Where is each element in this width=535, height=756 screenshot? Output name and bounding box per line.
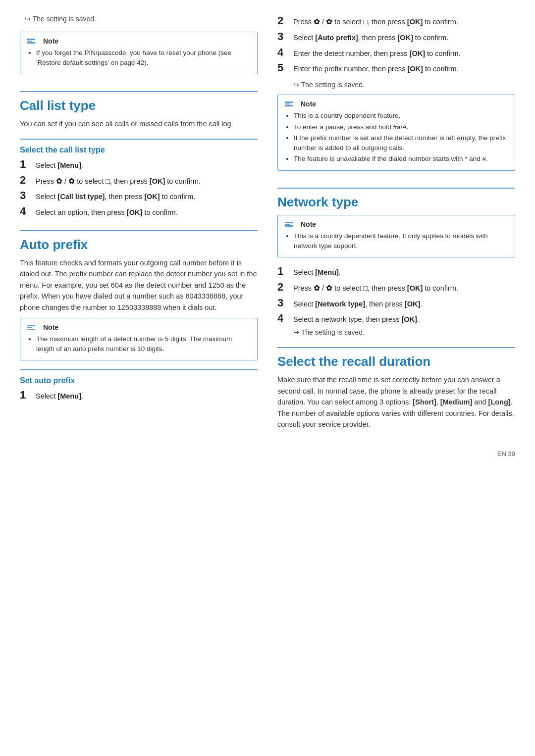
bold-long: [Long] [488, 398, 511, 406]
note-line [285, 105, 293, 106]
step-num: 1 [20, 389, 31, 401]
bold-ok: [OK] [407, 18, 423, 26]
bold-ok: [OK] [401, 315, 417, 323]
note-label-2: Note [43, 323, 58, 331]
auto-prefix-section: Auto prefix This feature checks and form… [20, 237, 258, 405]
page-number: EN 39 [277, 450, 515, 457]
step-num: 2 [20, 174, 31, 186]
recall-duration-title: Select the recall duration [277, 354, 515, 369]
step-item: 5 Enter the prefix number, then press [O… [277, 62, 515, 75]
nav-icon: ✿ [314, 284, 320, 292]
step-item: 1 Select [Menu]. [20, 158, 258, 171]
network-type-steps: 1 Select [Menu]. 2 Press ✿ / ✿ to select… [277, 265, 515, 325]
step-text: Press ✿ / ✿ to select □, then press [OK]… [293, 281, 515, 294]
step-text: Select a network type, then press [OK]. [293, 312, 515, 325]
note-box-2: Note The maximum length of a detect numb… [20, 318, 258, 360]
note-line-short [285, 103, 290, 105]
step-num: 4 [277, 312, 288, 324]
note-header-4: Note [285, 220, 508, 228]
divider-set-auto [20, 369, 258, 370]
note-item: To enter a pause, press and hold #a/A. [294, 122, 508, 132]
auto-prefix-desc: This feature checks and formats your out… [20, 257, 258, 313]
step-text: Enter the detect number, then press [OK]… [293, 47, 515, 59]
bold-ok: [OK] [150, 177, 165, 185]
note-icon-4 [285, 222, 293, 227]
note-box-1: Note If you forget the PIN/passcode, you… [20, 32, 258, 74]
step-item: 2 Press ✿ / ✿ to select □, then press [O… [277, 281, 515, 294]
right-column: 2 Press ✿ / ✿ to select □, then press [O… [277, 15, 515, 457]
note-icon-2 [27, 325, 35, 330]
step-item: 4 Enter the detect number, then press [O… [277, 47, 515, 59]
step-text: Select [Menu]. [293, 265, 515, 278]
note-line [27, 329, 35, 330]
note-line [27, 325, 35, 327]
subsection-select-call: Select the call list type [20, 146, 258, 154]
step-text: Enter the prefix number, then press [OK]… [293, 62, 515, 75]
note-line [285, 225, 293, 227]
note-line [27, 39, 35, 40]
note-header-1: Note [27, 37, 250, 45]
note-item: This is a country dependent feature. [294, 111, 508, 121]
divider-recall [277, 347, 515, 348]
bold-medium: [Medium] [440, 398, 472, 406]
note-item: This is a country dependent feature. It … [294, 231, 508, 251]
note-line-short [27, 41, 32, 42]
divider-select-call [20, 139, 258, 140]
note-label-3: Note [301, 100, 316, 108]
step-num: 1 [20, 158, 31, 170]
divider-call-list [20, 91, 258, 92]
bold-ok: [OK] [408, 65, 423, 73]
bold-ok: [OK] [407, 284, 423, 292]
subsection-set-auto: Set auto prefix [20, 376, 258, 385]
step-text: Select an option, then press [OK] to con… [36, 205, 258, 218]
note-item: The maximum length of a detect number is… [36, 334, 250, 353]
note-item: The feature is unavailable if the dialed… [294, 154, 508, 164]
step-num: 4 [277, 47, 288, 58]
note-line [285, 222, 293, 223]
note-list-1: If you forget the PIN/passcode, you have… [27, 48, 250, 67]
step-item: 1 Select [Menu]. [20, 389, 258, 402]
step-num: 3 [277, 297, 288, 309]
note-line [27, 42, 35, 44]
step-text: Select [Auto prefix], then press [OK] to… [293, 31, 515, 44]
arrow-saved-mid: The setting is saved. [277, 81, 515, 89]
note-icon-3 [285, 101, 293, 106]
bold-menu: [Menu] [57, 392, 81, 400]
left-column: The setting is saved. Note If you forget… [20, 15, 258, 457]
set-auto-steps: 1 Select [Menu]. [20, 389, 258, 402]
step-text: Select [Menu]. [36, 158, 258, 171]
note-line-short [285, 224, 290, 225]
note-header-3: Note [285, 100, 508, 108]
step-item: 2 Press ✿ / ✿ to select □, then press [O… [20, 174, 258, 187]
note-list-3: This is a country dependent feature. To … [285, 111, 508, 164]
network-type-title: Network type [277, 195, 515, 210]
step-num: 2 [277, 281, 288, 293]
note-item: If the prefix number is set and the dete… [294, 133, 508, 152]
step-item: 2 Press ✿ / ✿ to select □, then press [O… [277, 15, 515, 28]
step-text: Press ✿ / ✿ to select □, then press [OK]… [293, 15, 515, 28]
nav-icon: ✿ [56, 177, 62, 185]
bold-network-type: [Network type] [315, 300, 365, 308]
arrow-saved-top: The setting is saved. [20, 15, 258, 23]
note-line-short [27, 327, 32, 328]
step-num: 3 [20, 190, 31, 202]
step-item: 3 Select [Call list type], then press [O… [20, 190, 258, 202]
bold-auto-prefix: [Auto prefix] [315, 34, 358, 42]
call-list-type-section: Call list type You can set if you can se… [20, 98, 258, 221]
note-label-1: Note [43, 37, 58, 45]
nav-icon: ✿ [68, 177, 75, 185]
bold-ok: [OK] [144, 193, 160, 201]
bold-call-list: [Call list type] [57, 193, 105, 201]
divider-auto-prefix [20, 230, 258, 231]
note-box-4: Note This is a country dependent feature… [277, 215, 515, 257]
step-item: 4 Select an option, then press [OK] to c… [20, 205, 258, 218]
bold-ok: [OK] [397, 34, 413, 42]
step-num: 1 [277, 265, 288, 277]
step-num: 5 [277, 62, 288, 74]
note-item: If you forget the PIN/passcode, you have… [36, 48, 250, 67]
note-icon-1 [27, 39, 35, 44]
recall-duration-desc: Make sure that the recall time is set co… [277, 374, 515, 430]
step-num: 4 [20, 205, 31, 217]
step-num: 3 [277, 31, 288, 43]
bold-ok: [OK] [405, 300, 420, 308]
